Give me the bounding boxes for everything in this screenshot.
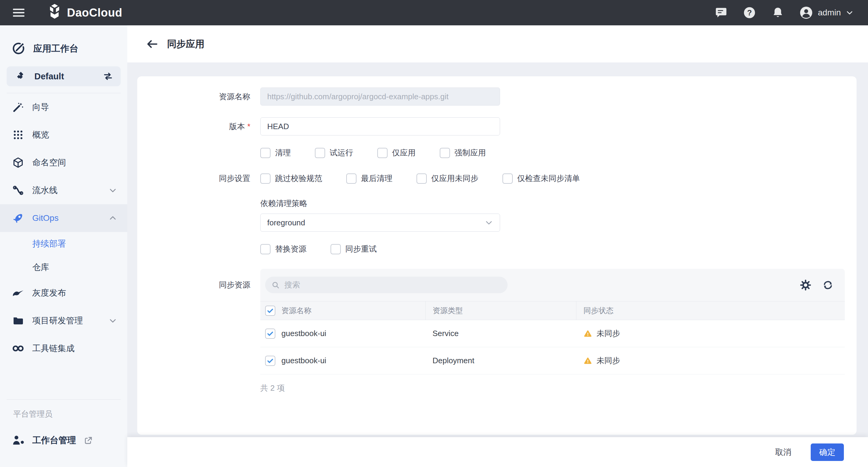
sidebar-item-label: 流水线 [32,185,58,196]
extra-options-row: 替换资源 同步重试 [137,244,857,254]
wand-icon [11,101,25,113]
sidebar-item-toolchain[interactable]: 工具链集成 [0,335,127,362]
search-icon [271,281,280,290]
sidebar-item-label: GitOps [32,213,59,223]
checkbox-label: 最后清理 [361,173,392,184]
table-row: guestbook-ui Service 未同步 [260,320,845,347]
confirm-button[interactable]: 确定 [811,443,844,461]
resource-name: guestbook-ui [281,356,326,365]
user-menu[interactable]: admin [799,6,854,20]
checkbox-dry-run[interactable]: 试运行 [315,148,353,158]
message-icon[interactable] [714,6,728,20]
page-title-bar: 同步应用 [127,25,868,62]
sidebar-subitem-repository[interactable]: 仓库 [0,255,127,279]
app-header: DaoCloud ? admin [0,0,868,25]
sidebar-item-label: 项目研发管理 [32,315,83,326]
back-arrow-icon[interactable] [146,39,158,49]
sidebar-item-label: 工具链集成 [32,343,74,354]
table-row: guestbook-ui Deployment 未同步 [260,347,845,374]
pipeline-icon [11,184,25,196]
checkbox-prune[interactable]: 清理 [260,148,291,158]
warning-icon [583,356,592,365]
prune-policy-label: 依赖清理策略 [260,198,307,209]
sidebar-item-namespace[interactable]: 命名空间 [0,149,127,177]
sidebar-item-gray-release[interactable]: 灰度发布 [0,279,127,307]
workspace-switch-icon[interactable] [102,71,114,82]
select-all-checkbox[interactable] [265,306,275,316]
checkbox-label: 同步重试 [345,244,377,254]
daocloud-logo: DaoCloud [46,4,122,22]
refresh-icon[interactable] [822,279,834,291]
checkbox-label: 替换资源 [275,244,306,254]
resource-type: Deployment [425,347,576,374]
search-input[interactable]: 搜索 [265,277,507,293]
chevron-down-icon [846,9,854,17]
sidebar-item-label: 概览 [32,129,49,141]
checkbox-check-out-of-sync-manifest-only[interactable]: 仅检查未同步清单 [502,173,580,184]
page-title: 同步应用 [167,38,205,51]
workspace-title: 应用工作台 [0,25,127,61]
sidebar-item-workbench-manage[interactable]: 工作台管理 [11,434,127,447]
checkbox-label: 仅应用 [392,148,415,158]
hamburger-menu-icon[interactable] [10,4,27,21]
resource-name-label: 资源名称 [137,91,250,102]
workbench-manage-label: 工作台管理 [32,434,76,446]
workspace-selector[interactable]: Default [7,66,121,86]
chevron-down-icon [485,218,493,227]
grid-dots-icon [11,129,25,141]
checkbox-label: 强制应用 [455,148,486,158]
help-icon[interactable]: ? [743,6,756,20]
sync-settings-label: 同步设置 [137,173,250,184]
chevron-down-icon [108,316,117,325]
required-asterisk: * [247,122,250,131]
checkbox-prune-last[interactable]: 最后清理 [346,173,392,184]
checkbox-label: 仅应用未同步 [431,173,478,184]
checkbox-apply-only[interactable]: 仅应用 [377,148,415,158]
svg-text:?: ? [747,8,752,17]
daocloud-logo-icon [46,4,63,22]
row-checkbox[interactable] [265,356,275,366]
sidebar-subitem-continuous-deploy[interactable]: 持续部署 [0,232,127,255]
workbench-icon [11,42,25,56]
checkbox-force-apply[interactable]: 强制应用 [440,148,486,158]
sidebar-item-pipeline[interactable]: 流水线 [0,177,127,204]
resources-table: 资源名称 资源类型 同步状态 guestboo [260,301,845,374]
checkbox-sync-retry[interactable]: 同步重试 [331,244,377,254]
role-label: 平台管理员 [0,409,127,419]
sync-form-card: 资源名称 版本* 清理 试运行 仅应用 强制应用 同步设置 跳过校验规范 [137,76,857,435]
rocket-icon [11,212,25,224]
sidebar-item-project-management[interactable]: 项目研发管理 [0,307,127,335]
sidebar: 应用工作台 Default 向导 概览 命名空间 [0,25,127,467]
version-input[interactable] [260,117,500,135]
sidebar-item-overview[interactable]: 概览 [0,121,127,149]
sync-status-text: 未同步 [596,328,620,339]
gear-icon[interactable] [800,279,812,291]
workspace-selector-label: Default [34,71,64,82]
user-avatar [799,6,813,20]
resource-name: guestbook-ui [281,329,326,338]
table-header-row: 资源名称 资源类型 同步状态 [260,301,845,320]
chevron-down-icon [108,186,117,195]
search-placeholder: 搜索 [284,280,300,290]
sync-resources-label: 同步资源 [137,280,250,290]
workspace-title-label: 应用工作台 [33,42,79,55]
warning-icon [583,329,592,338]
sidebar-item-label: 向导 [32,101,49,113]
workspace-diamond-icon [15,71,27,82]
checkbox-skip-schema-validation[interactable]: 跳过校验规范 [260,173,322,184]
resource-type: Service [425,320,576,347]
option-checkbox-row: 清理 试运行 仅应用 强制应用 [137,148,857,158]
user-name: admin [818,8,841,18]
resource-name-input [260,88,500,105]
column-header-status: 同步状态 [576,301,845,320]
bell-icon[interactable] [771,6,785,20]
cube-icon [11,157,25,168]
row-checkbox[interactable] [265,329,275,339]
action-footer: 取消 确定 [127,437,868,467]
sidebar-item-gitops[interactable]: GitOps [0,204,127,232]
checkbox-replace-resource[interactable]: 替换资源 [260,244,306,254]
checkbox-apply-out-of-sync-only[interactable]: 仅应用未同步 [416,173,478,184]
cancel-button[interactable]: 取消 [769,444,798,461]
prune-policy-select[interactable]: foreground [260,214,500,232]
sidebar-item-wizard[interactable]: 向导 [0,93,127,121]
